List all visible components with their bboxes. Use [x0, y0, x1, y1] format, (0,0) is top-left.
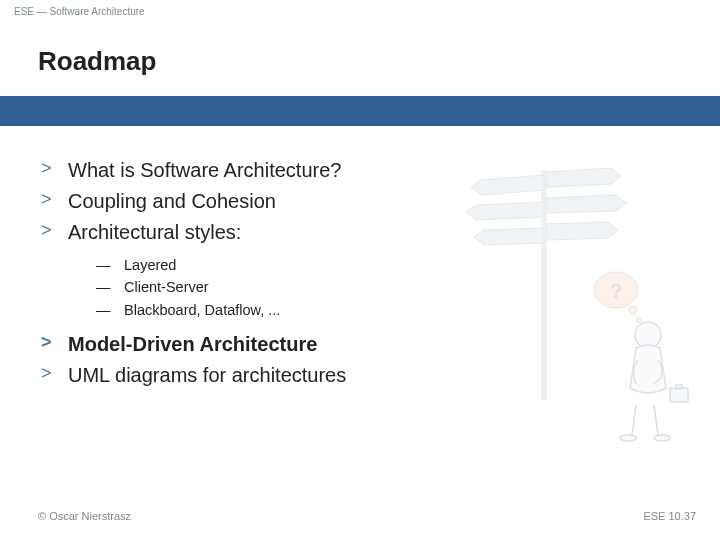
- svg-point-14: [620, 435, 636, 441]
- list-item: What is Software Architecture?: [38, 155, 538, 186]
- roadmap-sublist: Layered Client-Server Blackboard, Datafl…: [96, 254, 538, 321]
- title-band: [0, 96, 720, 126]
- svg-point-9: [637, 318, 642, 323]
- header-course-label: ESE — Software Architecture: [14, 6, 145, 17]
- svg-point-15: [654, 435, 670, 441]
- list-item-text: Architectural styles:: [68, 221, 241, 243]
- svg-point-7: [594, 272, 638, 308]
- svg-marker-5: [547, 195, 626, 213]
- roadmap-list: What is Software Architecture? Coupling …: [38, 155, 538, 248]
- sublist-item: Client-Server: [96, 276, 538, 298]
- list-item-text: UML diagrams for architectures: [68, 364, 346, 386]
- sublist-item: Layered: [96, 254, 538, 276]
- sublist-item: Blackboard, Dataflow, ...: [96, 299, 538, 321]
- svg-text:?: ?: [610, 280, 622, 302]
- list-item-text: Model-Driven Architecture: [68, 333, 317, 355]
- footer-copyright: © Oscar Nierstrasz: [38, 510, 131, 522]
- svg-point-8: [629, 306, 637, 314]
- svg-rect-0: [541, 170, 547, 400]
- svg-marker-6: [547, 222, 618, 240]
- sublist-item-text: Layered: [124, 257, 176, 273]
- list-item: Architectural styles:: [38, 217, 538, 248]
- slide: ESE — Software Architecture Roadmap ?: [0, 0, 720, 540]
- svg-line-12: [632, 405, 636, 435]
- sublist-item-text: Client-Server: [124, 279, 209, 295]
- list-item: UML diagrams for architectures: [38, 360, 538, 391]
- svg-rect-17: [676, 385, 682, 389]
- svg-marker-4: [547, 168, 621, 187]
- svg-point-11: [635, 322, 661, 348]
- roadmap-list-cont: Model-Driven Architecture UML diagrams f…: [38, 329, 538, 391]
- list-item: Coupling and Cohesion: [38, 186, 538, 217]
- svg-line-13: [654, 405, 658, 435]
- slide-title: Roadmap: [38, 46, 156, 77]
- footer-page-number: ESE 10.37: [643, 510, 696, 522]
- sublist-item-text: Blackboard, Dataflow, ...: [124, 302, 280, 318]
- content-area: What is Software Architecture? Coupling …: [38, 155, 538, 391]
- list-item-text: What is Software Architecture?: [68, 159, 341, 181]
- svg-rect-16: [670, 388, 688, 402]
- list-item-text: Coupling and Cohesion: [68, 190, 276, 212]
- list-item: Model-Driven Architecture: [38, 329, 538, 360]
